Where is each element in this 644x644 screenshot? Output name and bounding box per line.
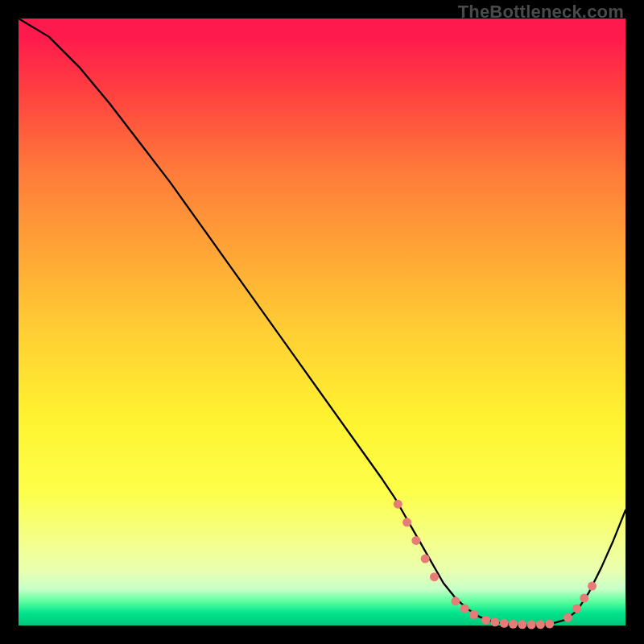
curve-layer: [19, 19, 625, 625]
chart-curve: [19, 19, 625, 625]
chart-marker: [421, 555, 430, 564]
chart-marker: [411, 536, 420, 545]
chart-marker: [430, 572, 439, 581]
chart-marker: [460, 604, 469, 613]
chart-marker: [490, 617, 499, 626]
marker-layer: [394, 500, 597, 630]
chart-marker: [451, 597, 460, 605]
chart-marker: [580, 594, 588, 603]
chart-marker: [527, 621, 536, 630]
chart-marker: [394, 500, 402, 509]
chart-marker: [545, 620, 554, 629]
chart-marker: [509, 620, 518, 629]
chart-marker: [572, 604, 581, 613]
chart-marker: [518, 620, 526, 629]
chart-marker: [536, 620, 545, 629]
chart-marker: [481, 616, 490, 625]
chart-marker: [469, 610, 478, 619]
chart-marker: [588, 581, 597, 590]
chart-overlay: [19, 19, 625, 625]
chart-marker: [500, 619, 509, 628]
chart-marker: [564, 613, 572, 622]
chart-marker: [402, 518, 411, 526]
